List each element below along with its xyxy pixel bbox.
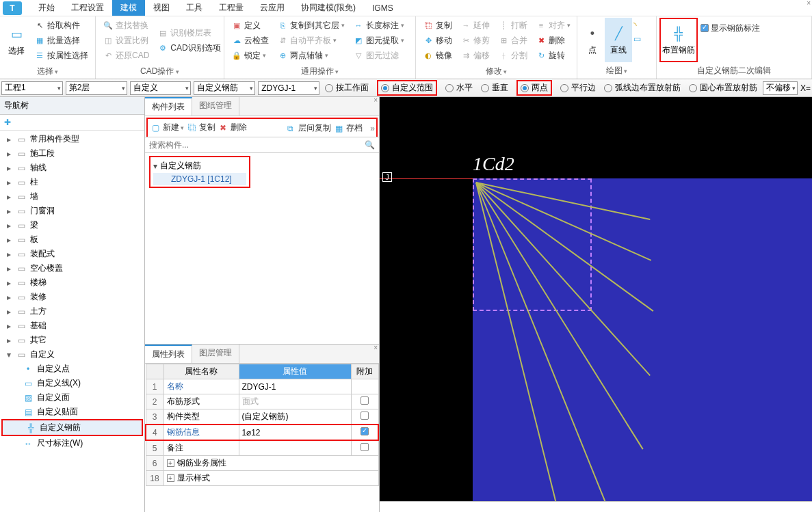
set-scale[interactable]: ◫设置比例 (100, 33, 152, 48)
point-button[interactable]: • 点 (580, 18, 605, 62)
tree-sub-surface[interactable]: ▤自定义贴面 (0, 405, 144, 419)
batch-select[interactable]: ▦批量选择 (31, 33, 91, 48)
tree-item[interactable]: ▸▭门窗洞 (0, 204, 144, 218)
tree-item[interactable]: ▸▭基础 (0, 319, 144, 333)
checkbox-icon[interactable] (700, 24, 709, 32)
search-input[interactable] (145, 137, 379, 153)
layer-copy-button[interactable]: ⧉层间复制 (287, 122, 331, 134)
radio-two-point[interactable]: 两点 (516, 80, 552, 96)
select-button[interactable]: ▭ 选择 (3, 18, 30, 63)
menu-collab[interactable]: 协同建模(限免) (293, 0, 364, 16)
combo-component[interactable]: ZDYGJ-1▾ (258, 81, 319, 95)
tree-sub-dim[interactable]: ↔尺寸标注(W) (0, 436, 144, 450)
tree-item[interactable]: ▸▭柱 (0, 175, 144, 189)
copy-layer[interactable]: ⎘复制到其它层 (274, 18, 348, 33)
combo-floor[interactable]: 第2层▾ (66, 81, 127, 95)
tree-item[interactable]: ▸▭梁 (0, 218, 144, 232)
rect-icon[interactable]: ▭ (633, 34, 641, 44)
tree-sub-line[interactable]: ▭自定义线(X) (0, 376, 144, 390)
tree-item[interactable]: ▸▭其它 (0, 333, 144, 347)
menu-view[interactable]: 视图 (145, 0, 178, 16)
prop-value[interactable]: (自定义钢筋) (239, 409, 351, 425)
line-button[interactable]: ╱ 直线 (605, 18, 632, 62)
mirror-cmd[interactable]: ◐镜像 (420, 48, 455, 63)
close-icon[interactable]: × (374, 96, 378, 104)
combo-category[interactable]: 自定义▾ (130, 81, 192, 95)
find-replace[interactable]: 🔍查找替换 (100, 18, 152, 33)
archive-button[interactable]: ▦存档 (335, 122, 363, 134)
menu-qty[interactable]: 工程量 (211, 0, 252, 16)
checkbox[interactable] (361, 427, 369, 435)
extend-cmd[interactable]: →延伸 (458, 18, 493, 33)
align-cmd[interactable]: ≡对齐 (533, 18, 573, 33)
menu-start[interactable]: 开始 (30, 0, 63, 16)
clist-item[interactable]: ZDYGJ-1 [1C12] (153, 173, 246, 185)
tree-item[interactable]: ▸▭空心楼盖 (0, 261, 144, 275)
auto-align[interactable]: ⇵自动平齐板 (274, 33, 348, 48)
common-ops-label[interactable]: 通用操作 (301, 66, 339, 76)
tree-item[interactable]: ▸▭墙 (0, 189, 144, 204)
length-dim[interactable]: ↔长度标注 (350, 18, 407, 33)
combo-project[interactable]: 工程1▾ (1, 81, 63, 95)
pick-element[interactable]: ↖拾取构件 (31, 18, 91, 33)
menu-project[interactable]: 工程设置 (63, 0, 112, 16)
menu-tool[interactable]: 工具 (178, 0, 211, 16)
radio-arc-radial[interactable]: 弧线边布置放射筋 (604, 82, 681, 94)
split-cmd[interactable]: ⟊分割 (495, 48, 530, 63)
identify-floors[interactable]: ▤识别楼层表 (155, 25, 223, 40)
prop-name[interactable]: 名称 (163, 379, 239, 394)
tree-item[interactable]: ▸▭装修 (0, 290, 144, 304)
menu-cloud[interactable]: 云应用 (252, 0, 293, 16)
prop-group[interactable]: +显示样式 (163, 471, 378, 486)
combo-type[interactable]: 自定义钢筋▾ (194, 81, 255, 95)
tree-sub-rebar[interactable]: ╬自定义钢筋 (1, 419, 143, 436)
radio-parallel[interactable]: 平行边 (560, 82, 596, 94)
prop-rebar-info[interactable]: 钢筋信息 (163, 425, 239, 440)
expand-icon[interactable]: + (167, 474, 174, 482)
radio-center-radial[interactable]: 圆心布置放射筋 (689, 82, 757, 94)
tree-item-custom[interactable]: ▾▭自定义 (0, 347, 144, 362)
combo-offset[interactable]: 不偏移▾ (763, 81, 798, 95)
scrollbar[interactable] (380, 501, 812, 512)
checkbox[interactable] (361, 443, 369, 451)
expand-icon[interactable]: + (167, 459, 174, 467)
prop-value[interactable]: 面式 (239, 394, 351, 409)
tree-sub-point[interactable]: •自定义点 (0, 362, 144, 376)
two-point-axis[interactable]: ⊕两点辅轴 (274, 48, 348, 63)
filter-elem[interactable]: ▽图元过滤 (350, 48, 407, 63)
tab-layer-mgmt[interactable]: 图层管理 (192, 345, 239, 363)
radio-horiz[interactable]: 水平 (445, 82, 473, 94)
cad-options[interactable]: ⚙CAD识别选项 (155, 40, 223, 55)
clist-group[interactable]: ▾自定义钢筋 (153, 159, 246, 173)
prop-value[interactable]: 1⌀12 (239, 425, 351, 440)
close-icon[interactable]: × (374, 344, 378, 351)
checkbox[interactable] (361, 412, 369, 420)
copy-cmd[interactable]: ⿻复制 (420, 18, 455, 33)
tree-item[interactable]: ▸▭土方 (0, 304, 144, 319)
trim-cmd[interactable]: ✂修剪 (458, 33, 493, 48)
prop-value[interactable]: ZDYGJ-1 (239, 379, 351, 394)
menu-model[interactable]: 建模 (112, 0, 145, 16)
merge-cmd[interactable]: ⊞合并 (495, 33, 530, 48)
search-icon[interactable]: 🔍 (365, 140, 375, 150)
select-group-label[interactable]: 选择 (37, 66, 59, 76)
tree-item[interactable]: ▸▭板 (0, 232, 144, 247)
rotate-cmd[interactable]: ↻旋转 (533, 48, 573, 63)
tab-component-list[interactable]: 构件列表 (145, 97, 192, 116)
tree-item[interactable]: ▸▭施工段 (0, 146, 144, 161)
modify-group-label[interactable]: 修改 (486, 66, 508, 76)
radio-vert[interactable]: 垂直 (481, 82, 508, 94)
tree-item[interactable]: ▸▭常用构件类型 (0, 132, 144, 146)
prop-value[interactable] (239, 440, 351, 456)
add-icon[interactable]: ✚ (4, 118, 11, 127)
delete-cmd[interactable]: ✖删除 (533, 33, 573, 48)
tree-item[interactable]: ▸▭轴线 (0, 161, 144, 175)
tree-item[interactable]: ▸▭装配式 (0, 247, 144, 261)
arc-icon[interactable]: ◝ (633, 21, 641, 30)
prop-group[interactable]: +钢筋业务属性 (163, 456, 378, 471)
radio-custom-range[interactable]: 自定义范围 (377, 80, 437, 96)
cad-group-label[interactable]: CAD操作 (140, 66, 179, 76)
menu-igms[interactable]: IGMS (364, 1, 402, 15)
checkbox[interactable] (361, 396, 369, 405)
tab-drawing-mgmt[interactable]: 图纸管理 (192, 97, 239, 116)
